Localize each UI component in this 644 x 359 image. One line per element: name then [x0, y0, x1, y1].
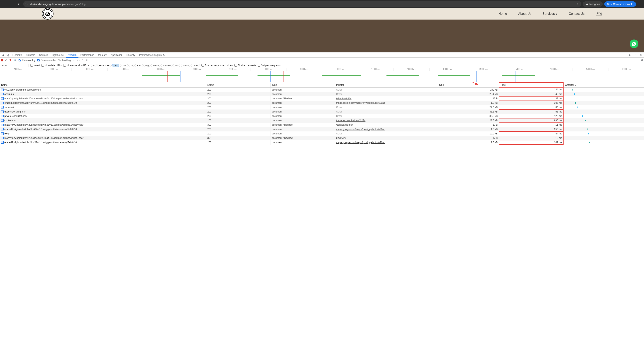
col-initiator[interactable]: Initiator [335, 83, 438, 87]
filter-pill-ws[interactable]: WS [173, 64, 180, 67]
third-party-checkbox[interactable]: 3rd-party requests [258, 64, 280, 67]
cell-type: document [270, 140, 335, 145]
initiator-link[interactable]: maps.google.com/maps?q=wigglebutts%20ac [336, 141, 385, 144]
network-settings-icon[interactable]: ⚙ [641, 59, 643, 62]
filter-pill-font[interactable]: Font [135, 64, 143, 67]
reload-button[interactable]: ⟳ [16, 1, 22, 7]
settings-icon[interactable]: ⚙ [627, 54, 632, 56]
cell-name: dayschool-program/ [0, 109, 206, 114]
forward-button[interactable]: → [9, 1, 14, 7]
site-info-icon[interactable]: ⓘ [26, 2, 28, 6]
nav-contact[interactable]: Contact Us [569, 12, 584, 15]
tab-application[interactable]: Application [109, 52, 124, 58]
network-row[interactable]: maps?q=wigglebutts%20academy&t=m&z=10&ou… [0, 136, 644, 140]
cell-waterfall [563, 118, 644, 123]
cell-name: maps?q=wigglebutts%20academy&t=m&z=10&ou… [0, 136, 206, 140]
filter-pill-css[interactable]: CSS [120, 64, 128, 67]
filter-pill-all[interactable]: All [91, 64, 96, 67]
initiator-link[interactable]: /contact-us/:854 [336, 123, 353, 126]
nav-services[interactable]: Services▼ [542, 12, 558, 15]
tab-lighthouse[interactable]: Lighthouse [50, 52, 66, 58]
network-timeline[interactable]: 1000 ms2000 ms3000 ms4000 ms5000 ms6000 … [0, 68, 644, 82]
throttling-select[interactable]: No throttling [58, 59, 71, 62]
cell-initiator: blog/:729 [335, 136, 438, 140]
filter-pill-img[interactable]: Img [143, 64, 150, 67]
filter-pill-js[interactable]: JS [128, 64, 134, 67]
tab-performance[interactable]: Performance [78, 52, 96, 58]
incognito-indicator[interactable]: 🕶 Incognito [583, 1, 603, 7]
hide-ext-urls-checkbox[interactable]: Hide extension URLs [63, 64, 89, 67]
disable-cache-checkbox[interactable]: Disable cache [37, 59, 56, 62]
network-row[interactable]: private-consultations/200documentOther39… [0, 114, 644, 118]
invert-checkbox[interactable]: Invert [30, 64, 40, 67]
cell-waterfall [563, 92, 644, 96]
network-row[interactable]: embed?origin=mfe&pb=!1m4!2m1!1swigglebut… [0, 140, 644, 145]
device-icon[interactable] [6, 54, 10, 56]
network-row[interactable]: services/200documentOther24.5 kB83 ms [0, 105, 644, 109]
network-row[interactable]: maps?q=wigglebutts%20academy&t=m&z=10&ou… [0, 96, 644, 101]
network-conditions-icon[interactable] [77, 59, 80, 62]
nav-about[interactable]: About Us [518, 12, 532, 15]
timeline-tick: 13000 ms [430, 68, 465, 71]
filter-pill-wasm[interactable]: Wasm [181, 64, 190, 67]
filter-pill-manifest[interactable]: Manifest [161, 64, 173, 67]
col-size[interactable]: Size [438, 83, 499, 87]
network-row[interactable]: embed?origin=mfe&pb=!1m4!2m1!1swigglebut… [0, 127, 644, 131]
record-button[interactable] [1, 59, 3, 61]
back-button[interactable]: ← [2, 1, 7, 7]
filter-pill-media[interactable]: Media [151, 64, 160, 67]
new-chrome-button[interactable]: New Chrome available [604, 1, 636, 7]
initiator-link[interactable]: blog/:729 [336, 137, 346, 139]
filter-input[interactable] [1, 64, 29, 67]
tab-elements[interactable]: Elements [10, 52, 24, 58]
more-icon[interactable]: ⋮ [633, 54, 638, 56]
network-row[interactable]: about-us/200documentOther25.4 kB45 ms [0, 92, 644, 96]
search-icon[interactable]: 🔍 [14, 59, 16, 62]
tab-network[interactable]: Network [66, 52, 78, 58]
network-row[interactable]: contact-us/200document/private-consultat… [0, 118, 644, 123]
bookmark-icon[interactable]: ☆ [576, 2, 579, 5]
filter-toggle-icon[interactable] [9, 59, 12, 61]
timeline-tick: 7000 ms [214, 68, 250, 71]
blocked-requests-checkbox[interactable]: Blocked requests [234, 64, 256, 67]
filter-pill-other[interactable]: Other [191, 64, 200, 67]
tab-memory[interactable]: Memory [96, 52, 109, 58]
tab-security[interactable]: Security [124, 52, 137, 58]
chrome-menu-icon[interactable]: ⋮ [638, 2, 642, 5]
whatsapp-button[interactable] [630, 39, 638, 48]
export-har-icon[interactable]: ↧ [86, 59, 88, 62]
import-har-icon[interactable]: ↥ [82, 59, 84, 62]
nav-home[interactable]: Home [498, 12, 507, 15]
cell-time: 44 ms [499, 131, 564, 136]
network-row[interactable]: dayschool-program/200documentOther46.6 k… [0, 109, 644, 114]
network-row[interactable]: embed?origin=mfe&pb=!1m4!2m1!1swigglebut… [0, 101, 644, 105]
initiator-link[interactable]: maps.google.com/maps?q=wigglebutts%20ac [336, 101, 385, 104]
site-logo[interactable] [42, 8, 54, 19]
hide-data-urls-checkbox[interactable]: Hide data URLs [41, 64, 62, 67]
col-status[interactable]: Status [206, 83, 270, 87]
url-bar[interactable]: ⓘ yhu2u8dw-staging.dreamwpp.com/category… [23, 1, 581, 7]
clear-button[interactable]: ⊘ [5, 59, 7, 62]
initiator-link[interactable]: /about-us/:844 [336, 97, 352, 100]
tab-console[interactable]: Console [24, 52, 37, 58]
nav-blog[interactable]: Blog [596, 11, 602, 16]
tab-sources[interactable]: Sources [37, 52, 50, 58]
tab-perf-insights[interactable]: Performance insights ⚗ [137, 52, 167, 58]
network-row[interactable]: yhu2u8dw-staging.dreamwpp.com200document… [0, 87, 644, 92]
initiator-link[interactable]: maps.google.com/maps?q=wigglebutts%20ac [336, 128, 385, 131]
col-name[interactable]: Name [0, 83, 206, 87]
initiator-link[interactable]: /private-consultations/:1234 [336, 119, 366, 122]
network-row[interactable]: blog/200documentOther19.9 kB44 ms [0, 131, 644, 136]
inspect-icon[interactable] [1, 54, 6, 56]
preserve-log-checkbox[interactable]: Preserve log [18, 59, 35, 62]
cell-name: maps?q=wigglebutts%20academy&t=m&z=10&ou… [0, 96, 206, 101]
filter-pill-fetchxhr[interactable]: Fetch/XHR [97, 64, 112, 67]
col-type[interactable]: Type [270, 83, 335, 87]
filter-pill-doc[interactable]: Doc [112, 64, 120, 67]
col-waterfall[interactable]: Waterfall [563, 83, 644, 87]
network-row[interactable]: maps?q=wigglebutts%20academy&t=m&z=10&ou… [0, 123, 644, 127]
col-time[interactable]: Time [499, 83, 564, 87]
throttling-dropdown-icon[interactable]: ▼ [73, 59, 75, 62]
close-devtools-icon[interactable]: ✕ [638, 54, 643, 56]
blocked-cookies-checkbox[interactable]: Blocked response cookies [202, 64, 232, 67]
